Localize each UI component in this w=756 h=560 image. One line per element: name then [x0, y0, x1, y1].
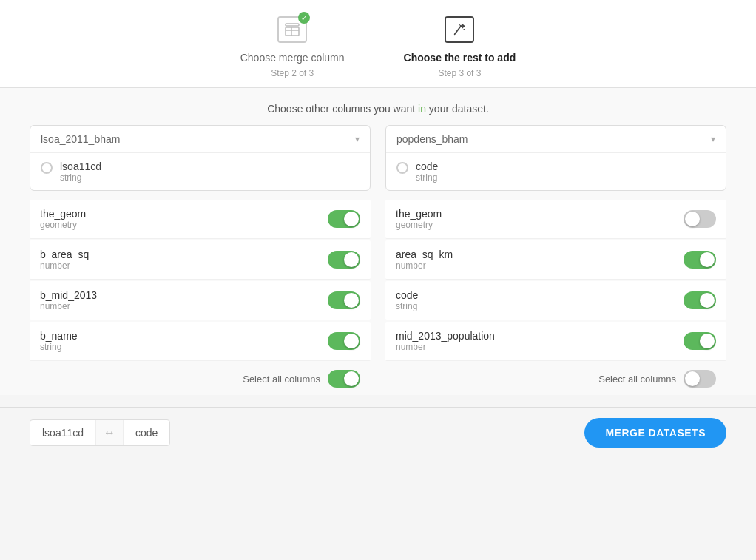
left-col-the_geom-info: the_geom geometry — [40, 208, 86, 230]
step-2-item: ✓ Choose merge column Step 2 of 3 — [240, 12, 345, 78]
left-toggle-b_area_sq[interactable] — [328, 251, 360, 269]
right-dataset-panel: popdens_bham ▾ code string — [385, 125, 726, 191]
page-wrapper: ✓ Choose merge column Step 2 of 3 — [0, 0, 756, 560]
right-col-mid_2013_population: mid_2013_population number — [385, 322, 726, 361]
right-merge-col-row: code string — [386, 153, 726, 190]
right-toggle-the_geom[interactable] — [684, 210, 716, 228]
left-toggle-the_geom[interactable] — [328, 210, 360, 228]
merge-keys: lsoa11cd ↔ code — [30, 419, 170, 446]
left-col-the_geom: the_geom geometry — [30, 200, 371, 239]
right-toggle-mid_2013_population[interactable] — [684, 332, 716, 350]
left-dataset-name: lsoa_2011_bham — [41, 133, 120, 145]
step-3-label: Choose the rest to add — [404, 52, 516, 64]
left-col-b_name-info: b_name string — [40, 330, 78, 352]
merge-arrow-icon: ↔ — [95, 420, 124, 445]
right-select-all-label: Select all columns — [598, 374, 676, 385]
right-col-the_geom: the_geom geometry — [385, 200, 726, 239]
step-3-icon-box — [445, 16, 474, 43]
right-radio-dot — [396, 162, 408, 174]
right-col-code: code string — [385, 281, 726, 320]
left-merge-col-row: lsoa11cd string — [30, 153, 370, 190]
steps-header: ✓ Choose merge column Step 2 of 3 — [0, 0, 756, 88]
left-select-all-toggle[interactable] — [328, 370, 360, 388]
left-merge-key: lsoa11cd — [30, 421, 95, 445]
right-merge-col-type: string — [416, 172, 438, 183]
right-columns-list: the_geom geometry area_sq_km number — [385, 200, 726, 395]
right-col-the_geom-info: the_geom geometry — [396, 208, 442, 230]
right-dataset-name: popdens_bham — [396, 133, 468, 145]
instructions-area: Choose other columns you want in your da… — [0, 88, 756, 125]
left-col-b_name: b_name string — [30, 322, 371, 361]
left-select-all-row: Select all columns — [30, 362, 371, 395]
svg-point-9 — [464, 29, 465, 30]
left-col-b_area_sq: b_area_sq number — [30, 240, 371, 280]
step-3-icon-wrap — [442, 12, 477, 47]
right-merge-key: code — [124, 421, 169, 445]
right-dataset-header: popdens_bham ▾ — [386, 126, 726, 153]
merge-datasets-button[interactable]: MERGE DATASETS — [584, 418, 726, 448]
step-2-sub: Step 2 of 3 — [271, 68, 314, 78]
left-dataset-panel: lsoa_2011_bham ▾ lsoa11cd string — [30, 125, 371, 191]
right-dataset-chevron-icon[interactable]: ▾ — [711, 134, 715, 144]
left-col-b_mid_2013: b_mid_2013 number — [30, 281, 371, 320]
svg-line-4 — [455, 27, 461, 35]
svg-line-6 — [461, 26, 463, 28]
wand-icon — [452, 23, 467, 36]
left-radio-dot — [41, 162, 53, 174]
dataset-panels-row: lsoa_2011_bham ▾ lsoa11cd string popdens… — [0, 125, 756, 200]
svg-rect-1 — [286, 27, 299, 36]
svg-point-8 — [459, 24, 461, 26]
left-merge-col-name: lsoa11cd — [60, 161, 101, 172]
right-select-all-toggle[interactable] — [684, 370, 716, 388]
right-col-code-info: code string — [396, 289, 418, 311]
right-merge-col-info: code string — [416, 161, 438, 183]
left-dataset-chevron-icon[interactable]: ▾ — [355, 134, 360, 144]
left-merge-col-info: lsoa11cd string — [60, 161, 101, 183]
step-3-item: Choose the rest to add Step 3 of 3 — [404, 12, 516, 78]
right-col-mid_2013_population-info: mid_2013_population number — [396, 330, 495, 352]
left-merge-col-type: string — [60, 172, 101, 183]
right-col-area_sq_km-info: area_sq_km number — [396, 249, 453, 271]
right-select-all-row: Select all columns — [385, 362, 726, 395]
svg-point-7 — [462, 25, 465, 27]
left-select-all-label: Select all columns — [243, 374, 320, 385]
right-merge-col-name: code — [416, 161, 438, 172]
left-col-b_area_sq-info: b_area_sq number — [40, 249, 89, 271]
left-toggle-b_name[interactable] — [328, 332, 360, 350]
left-columns-list: the_geom geometry b_area_sq number — [30, 200, 371, 395]
step-2-label: Choose merge column — [240, 52, 345, 64]
table-icon — [285, 23, 300, 36]
left-dataset-header: lsoa_2011_bham ▾ — [30, 126, 370, 153]
instructions-text: Choose other columns you want in your da… — [267, 103, 489, 115]
step-2-icon-wrap: ✓ — [274, 12, 310, 47]
left-col-b_mid_2013-info: b_mid_2013 number — [40, 289, 97, 311]
merge-bar: lsoa11cd ↔ code MERGE DATASETS — [0, 408, 756, 458]
step-2-check-badge: ✓ — [298, 12, 310, 24]
columns-section: the_geom geometry b_area_sq number — [0, 200, 756, 395]
step-3-sub: Step 3 of 3 — [438, 68, 481, 78]
columns-two-col: the_geom geometry b_area_sq number — [30, 200, 726, 395]
right-toggle-code[interactable] — [684, 291, 716, 309]
right-toggle-area_sq_km[interactable] — [684, 251, 716, 269]
left-toggle-b_mid_2013[interactable] — [328, 291, 360, 309]
right-col-area_sq_km: area_sq_km number — [385, 240, 726, 280]
svg-rect-0 — [286, 24, 299, 26]
